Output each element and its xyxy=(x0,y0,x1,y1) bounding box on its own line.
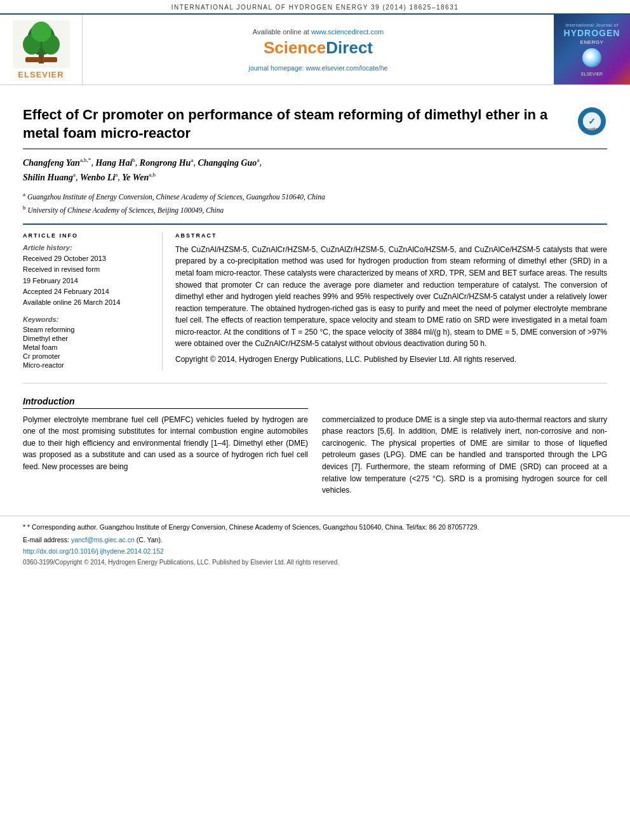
crossmark-badge: ✓ CrossMark xyxy=(578,107,606,135)
journal-header: INTERNATIONAL JOURNAL OF HYDROGEN ENERGY… xyxy=(0,0,630,15)
footer-issn: 0360-3199/Copyright © 2014, Hydrogen Ene… xyxy=(23,559,607,566)
history-heading: Article history: xyxy=(23,244,153,251)
author-5: Shilin Huang xyxy=(23,173,73,182)
elsevier-label: ELSEVIER xyxy=(18,70,64,79)
top-banner: ELSEVIER Available online at www.science… xyxy=(0,15,630,85)
abstract-text: The CuZnAl/HZSM-5, CuZnAlCr/HZSM-5, CuZn… xyxy=(175,244,607,366)
abstract-label: ABSTRACT xyxy=(175,232,607,239)
intro-right-text: commercialized to produce DME is a singl… xyxy=(322,414,607,497)
science-text: Science xyxy=(264,38,326,57)
affil-b: b University of Chinese Academy of Scien… xyxy=(23,203,607,216)
elsevier-logo-area: ELSEVIER xyxy=(0,15,83,84)
journal-cover: International Journal of HYDROGEN ENERGY… xyxy=(554,15,630,84)
cover-intl-label: International Journal of xyxy=(565,23,618,27)
keyword-2: Dimethyl ether xyxy=(23,335,153,342)
author-1-affil: a,b,* xyxy=(80,157,91,163)
affil-a-marker: a xyxy=(23,191,25,197)
main-content: Effect of Cr promoter on performance of … xyxy=(0,85,630,497)
info-abstract-section: ARTICLE INFO Article history: Received 2… xyxy=(23,223,607,370)
journal-title: INTERNATIONAL JOURNAL OF HYDROGEN ENERGY… xyxy=(0,4,630,11)
crossmark-area: ✓ CrossMark xyxy=(577,106,607,137)
affil-a: a Guangzhou Institute of Energy Conversi… xyxy=(23,190,607,203)
corresponding-text: * Corresponding author. Guangzhou Instit… xyxy=(27,523,479,531)
author-2-affil: b xyxy=(132,157,135,163)
affil-b-marker: b xyxy=(23,204,26,211)
available-online-text: Available online at www.sciencedirect.co… xyxy=(253,28,384,36)
affiliations-section: a Guangzhou Institute of Energy Conversi… xyxy=(23,190,607,215)
cover-energy: ENERGY xyxy=(580,39,604,45)
available-date: Available online 26 March 2014 xyxy=(23,298,153,307)
keyword-5: Micro-reactor xyxy=(23,361,153,369)
author-7-affil: a,b xyxy=(149,171,156,178)
corresponding-symbol: * xyxy=(23,523,27,531)
author-6: Wenbo Li xyxy=(80,173,115,182)
abstract-copyright: Copyright © 2014, Hydrogen Energy Public… xyxy=(175,354,607,366)
author-4-affil: a xyxy=(257,157,259,163)
author-5-affil: a xyxy=(73,171,76,178)
article-history: Article history: Received 29 October 201… xyxy=(23,244,153,308)
article-info-col: ARTICLE INFO Article history: Received 2… xyxy=(23,232,163,370)
email-label: E-mail address: xyxy=(23,536,69,543)
keyword-3: Metal foam xyxy=(23,343,153,351)
direct-text: Direct xyxy=(326,38,373,57)
sciencedirect-logo: ScienceDirect xyxy=(264,38,373,58)
elsevier-tree-icon xyxy=(13,20,70,68)
page-footer: * * Corresponding author. Guangzhou Inst… xyxy=(0,516,630,573)
author-3-affil: a xyxy=(191,157,193,163)
affil-b-text: University of Chinese Academy of Science… xyxy=(27,206,224,213)
intro-left-body: Polymer electrolyte membrane fuel cell (… xyxy=(23,415,308,471)
author-7: Ye Wen xyxy=(122,173,149,182)
introduction-section: Introduction Polymer electrolyte membran… xyxy=(23,396,607,497)
intro-left-text: Polymer electrolyte membrane fuel cell (… xyxy=(23,414,308,473)
cover-circle-icon xyxy=(582,48,601,67)
author-4: Changqing Guo xyxy=(198,158,257,168)
email-suffix: (C. Yan). xyxy=(137,536,163,543)
article-info-label: ARTICLE INFO xyxy=(23,232,153,239)
intro-right-body: commercialized to produce DME is a singl… xyxy=(322,415,607,495)
section-divider xyxy=(23,383,607,383)
abstract-body: The CuZnAl/HZSM-5, CuZnAlCr/HZSM-5, CuZn… xyxy=(175,245,607,349)
keywords-section: Keywords: Steam reforming Dimethyl ether… xyxy=(23,316,153,369)
author-3: Rongrong Hu xyxy=(140,158,191,168)
received-revised-label: Received in revised form xyxy=(23,265,153,274)
cover-elsevier-small: ELSEVIER xyxy=(581,72,603,76)
author-1: Changfeng Yan xyxy=(23,158,80,168)
article-title-section: Effect of Cr promoter on performance of … xyxy=(23,97,607,149)
received-1: Received 29 October 2013 xyxy=(23,254,153,263)
corresponding-note: * * Corresponding author. Guangzhou Inst… xyxy=(23,523,607,533)
svg-text:✓: ✓ xyxy=(588,116,596,126)
footer-doi[interactable]: http://dx.doi.org/10.1016/j.ijhydene.201… xyxy=(23,547,607,555)
svg-point-5 xyxy=(31,22,51,42)
crossmark-icon: ✓ CrossMark xyxy=(582,111,602,131)
journal-homepage: journal homepage: www.elsevier.com/locat… xyxy=(249,64,388,72)
cover-hydrogen: HYDROGEN xyxy=(564,29,620,38)
cover-inner: International Journal of HYDROGEN ENERGY… xyxy=(557,18,627,81)
keyword-4: Cr promoter xyxy=(23,352,153,360)
author-6-affil: a xyxy=(115,171,117,178)
introduction-body: Introduction Polymer electrolyte membran… xyxy=(23,396,607,497)
authors-section: Changfeng Yana,b,*, Hang Haib, Rongrong … xyxy=(23,156,607,185)
footer-email[interactable]: yancf@ms.giec.ac.cn xyxy=(71,536,135,543)
introduction-heading: Introduction xyxy=(23,396,308,409)
author-2: Hang Hai xyxy=(95,158,132,168)
keyword-1: Steam reforming xyxy=(23,326,153,333)
received-revised-date: 19 February 2014 xyxy=(23,276,153,286)
affil-a-text: Guangzhou Institute of Energy Conversion… xyxy=(27,193,325,201)
article-title: Effect of Cr promoter on performance of … xyxy=(23,106,570,142)
sciencedirect-center: Available online at www.sciencedirect.co… xyxy=(83,15,554,84)
abstract-col: ABSTRACT The CuZnAl/HZSM-5, CuZnAlCr/HZS… xyxy=(175,232,607,370)
svg-text:CrossMark: CrossMark xyxy=(584,127,600,131)
email-note: E-mail address: yancf@ms.giec.ac.cn (C. … xyxy=(23,535,607,545)
accepted-date: Accepted 24 February 2014 xyxy=(23,287,153,297)
intro-right-col: commercialized to produce DME is a singl… xyxy=(322,396,607,497)
keywords-heading: Keywords: xyxy=(23,316,153,323)
intro-left-col: Introduction Polymer electrolyte membran… xyxy=(23,396,308,497)
